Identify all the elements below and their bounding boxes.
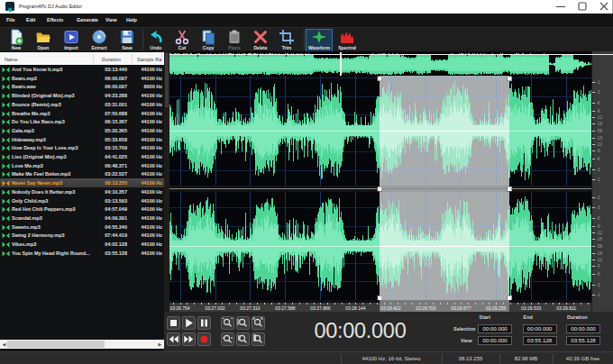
svg-text:-6: -6 [597, 272, 601, 277]
svg-text:-1: -1 [597, 177, 601, 182]
svg-text:-3: -3 [597, 283, 601, 287]
svg-text:-9: -9 [597, 264, 601, 268]
svg-text:-6: -6 [597, 157, 601, 161]
svg-text:-1: -1 [597, 293, 601, 297]
svg-text:-9: -9 [597, 224, 601, 229]
svg-text:03:28.977: 03:28.977 [451, 305, 471, 311]
svg-text:-9: -9 [597, 149, 601, 153]
svg-text:-18: -18 [597, 122, 603, 126]
svg-text:-1: -1 [597, 80, 601, 85]
svg-text:-18: -18 [597, 237, 603, 241]
svg-text:-6: -6 [597, 101, 601, 105]
svg-text:-3: -3 [597, 168, 601, 172]
svg-text:03:27.310: 03:27.310 [240, 305, 260, 311]
svg-text:-12: -12 [597, 231, 603, 235]
svg-text:03:27.866: 03:27.866 [310, 305, 330, 311]
svg-text:-9: -9 [597, 109, 601, 114]
svg-text:-18: -18 [597, 251, 603, 256]
svg-text:03:26.754: 03:26.754 [169, 305, 189, 311]
svg-text:03:27.588: 03:27.588 [275, 305, 295, 311]
svg-text:03:28.144: 03:28.144 [345, 305, 365, 311]
svg-text:-6: -6 [597, 216, 601, 221]
svg-text:-1: -1 [597, 196, 601, 200]
svg-text:-58: -58 [597, 129, 603, 133]
svg-text:-12: -12 [597, 258, 603, 262]
svg-text:03:29.811: 03:29.811 [556, 305, 576, 311]
svg-text:-3: -3 [597, 90, 601, 95]
svg-text:-18: -18 [597, 136, 603, 141]
svg-text:03:27.032: 03:27.032 [205, 305, 224, 311]
svg-text:-12: -12 [597, 142, 603, 147]
svg-text:-58: -58 [597, 244, 603, 249]
svg-text:03:29.533: 03:29.533 [521, 305, 541, 311]
svg-text:-3: -3 [597, 205, 601, 210]
svg-text:03:28.700: 03:28.700 [416, 305, 435, 311]
svg-text:03:29.255: 03:29.255 [486, 305, 506, 311]
svg-text:03:28.422: 03:28.422 [380, 305, 400, 311]
svg-text:-12: -12 [597, 115, 603, 120]
